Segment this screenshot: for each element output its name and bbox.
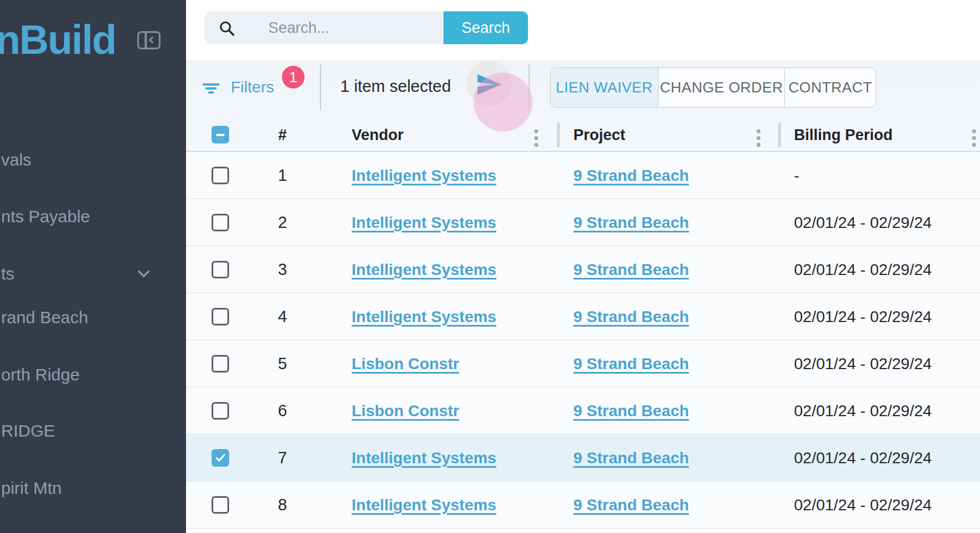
content-area: Filters 1 1 item selected LIEN WAIVERCHA… xyxy=(186,60,980,533)
search-input[interactable] xyxy=(205,11,443,44)
filter-lines-icon xyxy=(202,83,219,94)
billing-period: 02/01/24 - 02/29/24 xyxy=(794,387,932,434)
top-bar: Search xyxy=(186,0,980,60)
filters-label: Filters xyxy=(231,77,274,98)
project-link[interactable]: 9 Strand Beach xyxy=(573,434,689,481)
toolbar-divider xyxy=(529,65,530,110)
table-row[interactable]: 3 Intelligent Systems 9 Strand Beach 02/… xyxy=(186,246,980,293)
project-link[interactable]: 9 Strand Beach xyxy=(573,293,689,340)
vendor-link[interactable]: Intelligent Systems xyxy=(352,152,496,199)
toolbar-divider xyxy=(320,65,321,110)
column-resize-handle[interactable] xyxy=(557,122,560,147)
vendor-link[interactable]: Intelligent Systems xyxy=(352,481,496,528)
doc-type-tab[interactable]: CHANGE ORDER xyxy=(658,68,784,107)
filters-count-badge: 1 xyxy=(282,66,305,88)
sidebar-item[interactable]: ts xyxy=(1,264,14,284)
sidebar-item-label: pirit Mtn xyxy=(1,479,62,497)
vendor-link[interactable]: Intelligent Systems xyxy=(352,434,496,481)
kebab-menu-icon[interactable] xyxy=(972,129,976,147)
vendor-link[interactable]: Intelligent Systems xyxy=(352,246,496,293)
sidebar-item-label: vals xyxy=(1,150,31,169)
doc-type-tab-group: LIEN WAIVERCHANGE ORDERCONTRACT xyxy=(550,67,876,108)
kebab-menu-icon[interactable] xyxy=(757,129,761,147)
main-area: Search Filters 1 1 item selected LIEN WA… xyxy=(186,0,980,533)
table-row[interactable]: 2 Intelligent Systems 9 Strand Beach 02/… xyxy=(186,199,980,246)
row-checkbox[interactable] xyxy=(212,308,229,325)
billing-period: 02/01/24 - 02/29/24 xyxy=(794,340,932,387)
billing-period: 02/01/24 - 02/29/24 xyxy=(794,199,932,246)
row-checkbox[interactable] xyxy=(212,496,229,514)
filters-button[interactable]: Filters xyxy=(202,76,293,99)
vendor-link[interactable]: Intelligent Systems xyxy=(352,293,496,340)
row-checkbox[interactable] xyxy=(212,261,229,278)
project-link[interactable]: 9 Strand Beach xyxy=(573,387,689,434)
table-row[interactable]: 5 Lisbon Constr 9 Strand Beach 02/01/24 … xyxy=(186,340,980,387)
sidebar-item[interactable]: orth Ridge xyxy=(1,365,79,385)
row-number: 1 xyxy=(265,152,299,199)
project-link[interactable]: 9 Strand Beach xyxy=(573,246,689,293)
table-row[interactable]: 4 Intelligent Systems 9 Strand Beach 02/… xyxy=(186,293,980,340)
row-number: 5 xyxy=(265,340,299,387)
selection-status: 1 item selected xyxy=(340,77,451,96)
billing-period: 02/01/24 - 02/29/24 xyxy=(794,246,932,293)
row-number: 2 xyxy=(265,199,299,246)
project-link[interactable]: 9 Strand Beach xyxy=(573,152,689,199)
search-button[interactable]: Search xyxy=(443,11,528,44)
sidebar: nBuild vals nts Payable ts rand Beach or… xyxy=(0,0,186,533)
table-body: 1 Intelligent Systems 9 Strand Beach - 2… xyxy=(186,152,980,533)
table-row[interactable]: 1 Intelligent Systems 9 Strand Beach - xyxy=(186,152,980,199)
table-row[interactable]: 8 Intelligent Systems 9 Strand Beach 02/… xyxy=(186,481,980,528)
sidebar-item-label: nts Payable xyxy=(1,207,90,226)
column-header-project: Project xyxy=(573,115,626,152)
sidebar-item[interactable]: RIDGE xyxy=(1,421,55,441)
sidebar-item-label: ts xyxy=(1,264,14,283)
vendor-link[interactable]: Lisbon Constr xyxy=(352,387,459,434)
sidebar-nav: vals nts Payable ts rand Beach orth Ridg… xyxy=(0,0,186,533)
row-number: 6 xyxy=(265,387,299,434)
table-row[interactable]: 6 Lisbon Constr 9 Strand Beach 02/01/24 … xyxy=(186,387,980,434)
billing-period: - xyxy=(794,152,799,199)
column-resize-handle[interactable] xyxy=(778,122,781,147)
column-header-vendor: Vendor xyxy=(352,115,404,152)
row-checkbox[interactable] xyxy=(212,449,229,467)
column-header-billing-period: Billing Period xyxy=(794,115,893,152)
project-link[interactable]: 9 Strand Beach xyxy=(573,481,689,528)
billing-period: 02/01/24 - 02/29/24 xyxy=(794,481,932,528)
kebab-menu-icon[interactable] xyxy=(534,129,538,147)
row-checkbox[interactable] xyxy=(212,214,229,231)
row-number: 8 xyxy=(265,481,299,528)
vendor-link[interactable]: Lisbon Constr xyxy=(352,340,459,387)
row-number: 7 xyxy=(265,434,299,481)
sidebar-item[interactable]: nts Payable xyxy=(1,206,90,227)
send-icon[interactable] xyxy=(475,71,502,98)
billing-period: 02/01/24 - 02/29/24 xyxy=(794,434,932,481)
sidebar-item-label: orth Ridge xyxy=(1,365,79,384)
vendor-link[interactable]: Intelligent Systems xyxy=(352,199,496,246)
sidebar-item[interactable]: pirit Mtn xyxy=(1,478,62,498)
project-link[interactable]: 9 Strand Beach xyxy=(573,199,689,246)
billing-period: 02/01/24 - 02/29/24 xyxy=(794,293,932,340)
table-header: # Vendor Project Billing Period xyxy=(186,115,980,152)
row-checkbox[interactable] xyxy=(212,355,229,373)
doc-type-tab[interactable]: LIEN WAIVER xyxy=(551,68,658,107)
chevron-down-icon xyxy=(138,265,150,277)
table-row[interactable]: 7 Intelligent Systems 9 Strand Beach 02/… xyxy=(186,434,980,481)
row-number: 3 xyxy=(265,246,299,293)
row-checkbox[interactable] xyxy=(212,402,229,420)
row-checkbox[interactable] xyxy=(212,167,229,184)
row-number: 4 xyxy=(265,293,299,340)
sidebar-item-label: RIDGE xyxy=(1,421,55,440)
sidebar-item-label: rand Beach xyxy=(1,308,88,327)
checkmark-icon xyxy=(214,452,226,464)
doc-type-tab[interactable]: CONTRACT xyxy=(784,68,876,107)
project-link[interactable]: 9 Strand Beach xyxy=(573,340,689,387)
sidebar-item[interactable]: vals xyxy=(1,150,31,170)
column-header-number: # xyxy=(265,115,299,152)
select-all-checkbox[interactable] xyxy=(212,126,229,143)
sidebar-item[interactable]: rand Beach xyxy=(1,307,88,328)
